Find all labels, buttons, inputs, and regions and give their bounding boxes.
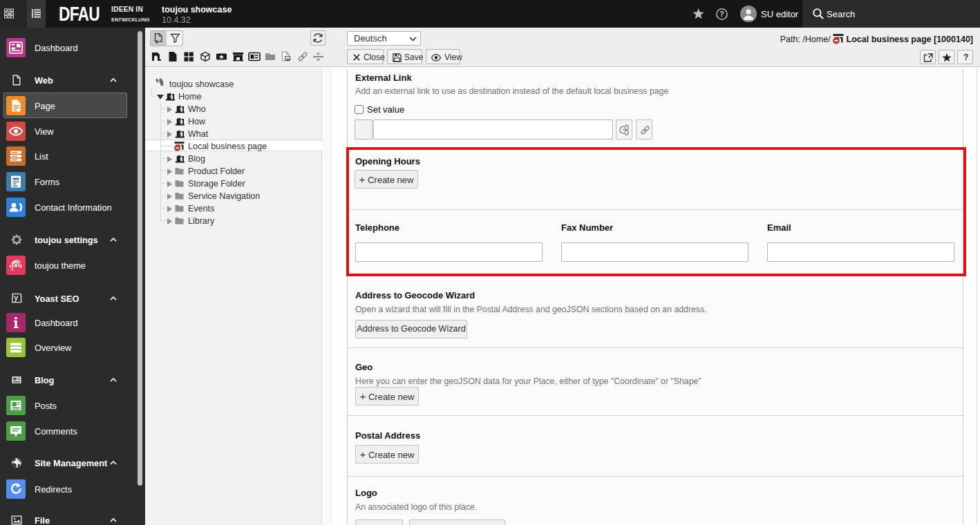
- svg-text:?: ?: [719, 10, 724, 18]
